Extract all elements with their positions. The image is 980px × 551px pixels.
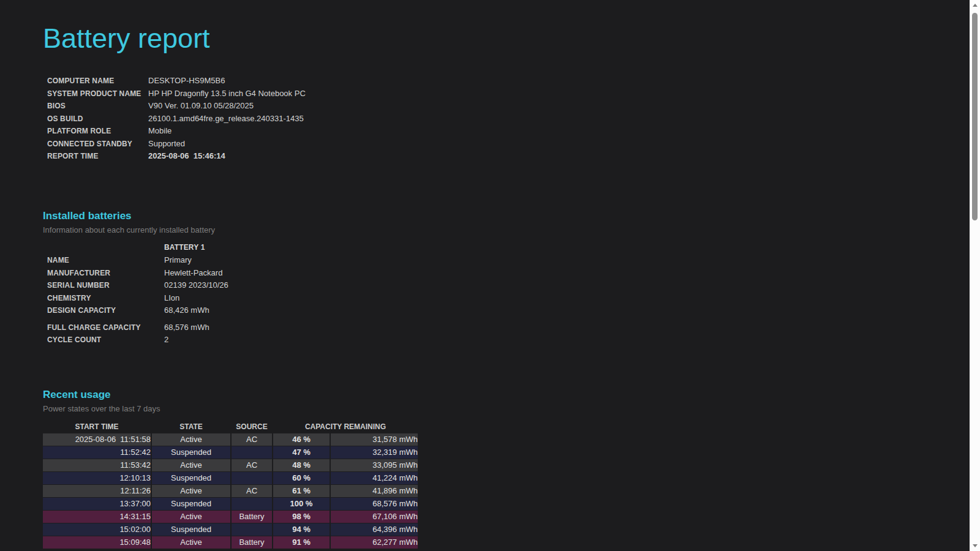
cell-capacity-mwh: 64,396 mWh (331, 523, 418, 536)
column-header-state: STATE (152, 422, 230, 433)
cell-capacity-percent: 98 % (273, 511, 330, 523)
battery-detail-row-label: CHEMISTRY (43, 294, 164, 302)
cell-capacity-mwh: 41,224 mWh (331, 472, 418, 484)
cell-state: Active (152, 536, 230, 549)
cell-capacity-percent: 100 % (273, 498, 330, 510)
battery-detail-row-value: LIon (164, 293, 179, 302)
cell-state: Active (152, 459, 230, 471)
cell-start-time: 14:31:15 (43, 511, 151, 523)
recent-usage-heading: Recent usage (43, 388, 980, 402)
system-info-row-value: DESKTOP-HS9M5B6 (148, 76, 225, 85)
installed-batteries-section: Installed batteries Information about ea… (43, 209, 980, 348)
battery-detail-row-label: FULL CHARGE CAPACITY (43, 323, 164, 332)
vertical-scrollbar[interactable] (970, 0, 980, 551)
battery-detail-row-value: Hewlett-Packard (164, 268, 222, 277)
system-info-row-label: BIOS (43, 102, 148, 110)
usage-table-row: 15:02:00Suspended94 %64,396 mWh (43, 523, 418, 536)
cell-start-time: 11:53:42 (43, 459, 151, 471)
cell-source: AC (232, 459, 272, 471)
battery-detail-row: NAMEPrimary (43, 255, 980, 268)
cell-state: Suspended (152, 523, 230, 536)
battery-report-page: { "page": { "title": "Battery report", "… (0, 0, 980, 551)
cell-state: Active (152, 433, 230, 446)
battery-detail-row: CYCLE COUNT2 (43, 335, 980, 348)
battery-detail-row: MANUFACTURERHewlett-Packard (43, 268, 980, 281)
cell-source (232, 446, 272, 459)
battery-detail-row-value: Primary (164, 255, 192, 264)
cell-source (232, 523, 272, 536)
cell-capacity-mwh: 62,277 mWh (331, 536, 418, 549)
cell-capacity-percent: 46 % (273, 433, 330, 446)
system-info-row: PLATFORM ROLEMobile (43, 126, 980, 139)
battery-detail-row-value: 68,426 mWh (164, 305, 209, 315)
usage-table-row: 13:37:00Suspended100 %68,576 mWh (43, 498, 418, 510)
cell-state: Active (152, 511, 230, 523)
cell-start-time: 15:09:48 (43, 536, 151, 549)
scrollbar-thumb[interactable] (972, 13, 978, 220)
cell-capacity-percent: 48 % (273, 459, 330, 471)
system-info-row-label: PLATFORM ROLE (43, 127, 148, 135)
column-header-start-time: START TIME (43, 422, 151, 433)
battery-detail-row-value: 02139 2023/10/26 (164, 280, 228, 290)
cell-start-time: 2025-08-06 11:51:58 (43, 433, 151, 446)
cell-start-time: 11:52:42 (43, 446, 151, 459)
cell-capacity-mwh: 68,576 mWh (331, 498, 418, 510)
system-info-row-value: V90 Ver. 01.09.10 05/28/2025 (148, 101, 254, 110)
battery-detail-row-label: MANUFACTURER (43, 269, 164, 277)
battery-details-list: BATTERY 1 NAMEPrimaryMANUFACTURERHewlett… (43, 243, 980, 348)
system-info-row: OS BUILD26100.1.amd64fre.ge_release.2403… (43, 114, 980, 127)
usage-table-row: 11:52:42Suspended47 %32,319 mWh (43, 446, 418, 459)
system-info-row-label: REPORT TIME (43, 152, 148, 160)
page-title: Battery report (43, 22, 980, 55)
cell-capacity-mwh: 67,106 mWh (331, 511, 418, 523)
usage-table-body: 2025-08-06 11:51:58ActiveAC46 %31,578 mW… (43, 433, 418, 549)
usage-table-row: 14:31:15ActiveBattery98 %67,106 mWh (43, 511, 418, 523)
cell-start-time: 15:02:00 (43, 523, 151, 536)
cell-source: AC (232, 433, 272, 446)
installed-batteries-heading: Installed batteries (43, 209, 980, 223)
cell-capacity-mwh: 32,319 mWh (331, 446, 418, 459)
system-info-row: COMPUTER NAMEDESKTOP-HS9M5B6 (43, 76, 980, 89)
cell-state: Suspended (152, 472, 230, 484)
column-header-source: SOURCE (232, 422, 272, 433)
cell-capacity-mwh: 31,578 mWh (331, 433, 418, 446)
recent-usage-subtitle: Power states over the last 7 days (43, 403, 980, 414)
cell-capacity-mwh: 33,095 mWh (331, 459, 418, 471)
scrollbar-down-arrow-icon[interactable] (973, 544, 978, 547)
cell-capacity-percent: 60 % (273, 472, 330, 484)
battery-detail-row-label: DESIGN CAPACITY (43, 306, 164, 315)
battery-detail-row: SERIAL NUMBER02139 2023/10/26 (43, 280, 980, 293)
cell-source: Battery (232, 511, 272, 523)
cell-state: Active (152, 485, 230, 497)
system-info-row-value: Supported (148, 139, 185, 148)
scrollbar-up-arrow-icon[interactable] (973, 4, 978, 7)
system-info-row-label: COMPUTER NAME (43, 77, 148, 85)
cell-capacity-percent: 47 % (273, 446, 330, 459)
battery-detail-row-value: 68,576 mWh (164, 323, 209, 332)
cell-source: AC (232, 485, 272, 497)
cell-state: Suspended (152, 446, 230, 459)
cell-capacity-percent: 61 % (273, 485, 330, 497)
column-header-capacity-remaining: CAPACITY REMAINING (273, 422, 418, 433)
cell-start-time: 13:37:00 (43, 498, 151, 510)
usage-table-header: START TIME STATE SOURCE CAPACITY REMAINI… (43, 422, 418, 433)
system-info-row: REPORT TIME2025-08-06 15:46:14 (43, 151, 980, 164)
cell-capacity-percent: 94 % (273, 523, 330, 536)
system-info-row: CONNECTED STANDBYSupported (43, 139, 980, 152)
battery-detail-row-label: NAME (43, 256, 164, 264)
usage-table-row: 12:10:13Suspended60 %41,224 mWh (43, 472, 418, 484)
system-info-row-label: CONNECTED STANDBY (43, 140, 148, 148)
system-info-row-value: HP HP Dragonfly 13.5 inch G4 Notebook PC (148, 89, 306, 98)
battery-detail-row: FULL CHARGE CAPACITY68,576 mWh (43, 323, 980, 335)
usage-table-row: 15:09:48ActiveBattery91 %62,277 mWh (43, 536, 418, 549)
system-info-row-value: Mobile (148, 126, 172, 135)
system-info-row: BIOSV90 Ver. 01.09.10 05/28/2025 (43, 101, 980, 114)
report-content: Battery report COMPUTER NAMEDESKTOP-HS9M… (0, 22, 980, 549)
cell-start-time: 12:11:26 (43, 485, 151, 497)
cell-start-time: 12:10:13 (43, 472, 151, 484)
battery-column-header: BATTERY 1 (164, 243, 205, 252)
cell-source (232, 472, 272, 484)
battery-detail-row-label: CYCLE COUNT (43, 335, 164, 344)
battery-detail-row-label: SERIAL NUMBER (43, 281, 164, 290)
cell-capacity-mwh: 41,896 mWh (331, 485, 418, 497)
